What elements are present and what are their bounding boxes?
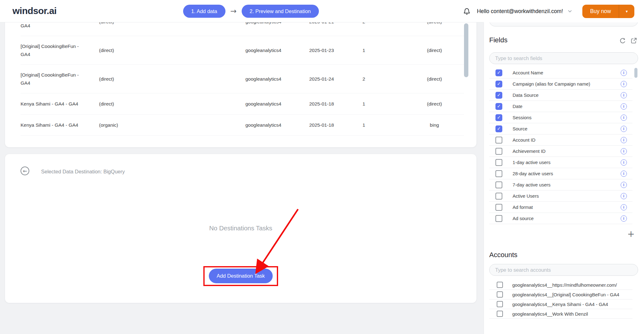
table-row: [Original] CoookingBeFun - GA4 (direct) … bbox=[21, 36, 464, 65]
table-scrollbar[interactable] bbox=[464, 23, 468, 77]
field-checkbox[interactable]: ✓ bbox=[495, 103, 502, 110]
back-button[interactable]: ← bbox=[21, 167, 29, 175]
field-label: Active Users bbox=[513, 193, 539, 199]
step-navigation: 1. Add data → 2. Preview and Destination bbox=[183, 0, 319, 22]
field-checkbox[interactable]: ✓ bbox=[495, 125, 502, 132]
account-checkbox[interactable] bbox=[497, 311, 503, 317]
field-label: Ad format bbox=[513, 205, 533, 210]
accounts-list: googleanalytics4__https://mindfulhomeown… bbox=[489, 280, 632, 319]
account-row: googleanalytics4__https://mindfulhomeown… bbox=[489, 280, 632, 290]
accounts-title: Accounts bbox=[489, 251, 518, 259]
field-checkbox[interactable] bbox=[495, 159, 502, 166]
cell-campaign: (organic) bbox=[99, 122, 245, 128]
destination-card: ← Selected Data Destination: BigQuery No… bbox=[5, 154, 476, 303]
fields-search-input[interactable] bbox=[489, 52, 638, 64]
field-row: 7-day active users i bbox=[489, 179, 632, 191]
field-row: Ad format i bbox=[489, 202, 632, 213]
refresh-icon[interactable] bbox=[619, 37, 626, 44]
top-header: windsor.ai 1. Add data → 2. Preview and … bbox=[0, 0, 644, 22]
cell-date: 2025-01-18 bbox=[309, 101, 362, 107]
fields-scrollbar[interactable] bbox=[634, 68, 637, 78]
info-icon[interactable]: i bbox=[621, 70, 627, 76]
add-field-button[interactable]: + bbox=[627, 230, 635, 238]
account-label: googleanalytics4__[Original] CoookingBeF… bbox=[512, 292, 619, 297]
cell-date: 2025-01-23 bbox=[309, 48, 362, 53]
field-row: 1-day active users i bbox=[489, 157, 632, 168]
cell-account-name: Kenya Sihami - GA4 - GA4 bbox=[21, 100, 84, 108]
field-checkbox[interactable] bbox=[495, 137, 502, 143]
external-link-icon[interactable] bbox=[630, 37, 637, 44]
field-checkbox[interactable] bbox=[495, 170, 502, 177]
data-preview-card: [Original] CoookingBeFun - GA4 (direct) … bbox=[5, 7, 476, 147]
accounts-search-input[interactable] bbox=[489, 264, 638, 276]
cell-campaign: (direct) bbox=[99, 101, 245, 107]
cell-account-name: [Original] CoookingBeFun - GA4 bbox=[21, 42, 84, 59]
info-icon[interactable]: i bbox=[621, 92, 627, 98]
cell-data-source: googleanalytics4 bbox=[245, 48, 309, 53]
field-label: 28-day active users bbox=[513, 171, 553, 176]
field-label: Account Name bbox=[513, 70, 543, 75]
info-icon[interactable]: i bbox=[621, 159, 627, 166]
info-icon[interactable]: i bbox=[621, 148, 627, 154]
field-row: ✓ Account Name i bbox=[489, 67, 632, 78]
field-checkbox[interactable]: ✓ bbox=[495, 92, 502, 99]
account-checkbox[interactable] bbox=[497, 301, 503, 307]
info-icon[interactable]: i bbox=[621, 137, 627, 143]
field-row: Active Users i bbox=[489, 191, 632, 202]
buy-now-caret-icon[interactable]: ▾ bbox=[619, 5, 634, 18]
field-checkbox[interactable] bbox=[495, 204, 502, 211]
cell-sessions: 2 bbox=[362, 76, 416, 82]
field-label: Ad source bbox=[513, 216, 534, 221]
field-checkbox[interactable] bbox=[495, 215, 502, 222]
add-destination-task-button[interactable]: Add Destination Task bbox=[209, 269, 273, 283]
account-chevron-down-icon[interactable] bbox=[567, 9, 572, 14]
field-label: Source bbox=[513, 126, 528, 131]
field-label: Date bbox=[513, 104, 523, 109]
field-checkbox[interactable] bbox=[495, 148, 502, 155]
info-icon[interactable]: i bbox=[621, 193, 627, 199]
buy-now-label[interactable]: Buy now bbox=[582, 5, 619, 18]
field-label: 7-day active users bbox=[513, 182, 551, 187]
preview-table: [Original] CoookingBeFun - GA4 (direct) … bbox=[21, 7, 464, 136]
buy-now-split-button[interactable]: Buy now ▾ bbox=[582, 5, 634, 18]
step-add-data-button[interactable]: 1. Add data bbox=[183, 5, 225, 18]
windsor-logo: windsor.ai bbox=[12, 6, 57, 16]
cell-sessions: 1 bbox=[362, 48, 416, 53]
cell-account-name: [Original] CoookingBeFun - GA4 bbox=[21, 71, 84, 87]
account-label: googleanalytics4__https://mindfulhomeown… bbox=[512, 282, 617, 288]
field-checkbox[interactable]: ✓ bbox=[495, 114, 502, 121]
account-row: googleanalytics4__Work With Denzil bbox=[489, 309, 632, 319]
fields-title: Fields bbox=[489, 36, 508, 44]
info-icon[interactable]: i bbox=[621, 171, 627, 177]
user-greeting: Hello content@workwithdenzil.com! bbox=[477, 8, 563, 15]
info-icon[interactable]: i bbox=[621, 126, 627, 132]
cell-campaign: (direct) bbox=[99, 76, 245, 82]
windsor-app: [Original] CoookingBeFun - GA4 (direct) … bbox=[0, 0, 644, 334]
info-icon[interactable]: i bbox=[621, 204, 627, 210]
account-row: googleanalytics4__Kenya Sihami - GA4 - G… bbox=[489, 299, 632, 309]
notifications-bell-icon[interactable] bbox=[463, 7, 471, 15]
cell-sessions: 1 bbox=[362, 122, 416, 128]
step-preview-destination-button[interactable]: 2. Preview and Destination bbox=[242, 5, 319, 18]
info-icon[interactable]: i bbox=[621, 182, 627, 188]
cell-date: 2025-01-24 bbox=[309, 76, 362, 82]
field-checkbox[interactable] bbox=[495, 181, 502, 188]
field-label: Campaign (alias for Campaign name) bbox=[513, 81, 590, 87]
cell-source: bing bbox=[416, 122, 453, 128]
info-icon[interactable]: i bbox=[621, 81, 627, 87]
field-checkbox[interactable] bbox=[495, 193, 502, 200]
cell-data-source: googleanalytics4 bbox=[245, 76, 309, 82]
field-label: Sessions bbox=[513, 115, 532, 120]
step-arrow-icon: → bbox=[230, 7, 237, 15]
table-row: Kenya Sihami - GA4 - GA4 (organic) googl… bbox=[21, 115, 464, 136]
field-checkbox[interactable]: ✓ bbox=[495, 81, 502, 87]
check-icon: ✓ bbox=[497, 82, 501, 86]
cell-sessions: 1 bbox=[362, 101, 416, 107]
info-icon[interactable]: i bbox=[621, 103, 627, 110]
cell-source: (direct) bbox=[416, 76, 453, 82]
info-icon[interactable]: i bbox=[621, 215, 627, 222]
account-checkbox[interactable] bbox=[497, 291, 503, 298]
field-checkbox[interactable]: ✓ bbox=[495, 69, 502, 76]
account-checkbox[interactable] bbox=[497, 282, 503, 288]
info-icon[interactable]: i bbox=[621, 115, 627, 121]
